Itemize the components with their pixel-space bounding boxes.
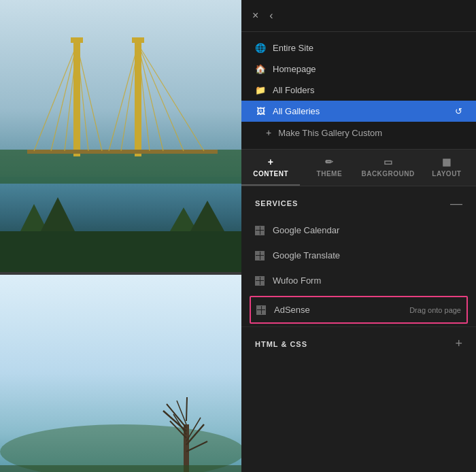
service-icon-grid bbox=[255, 226, 265, 235]
svg-rect-7 bbox=[27, 150, 218, 154]
dropdown-item-make-custom[interactable]: + Make This Gallery Custom bbox=[241, 122, 476, 144]
service-item-adsense[interactable]: AdSense Drag onto page bbox=[250, 296, 468, 324]
tab-theme[interactable]: ✏ THEME bbox=[300, 150, 358, 186]
layout-tab-icon: ▦ bbox=[442, 156, 452, 167]
service-item-wufoo-form[interactable]: Wufoo Form bbox=[241, 268, 476, 293]
content-tab-icon: + bbox=[268, 156, 274, 167]
theme-tab-icon: ✏ bbox=[325, 156, 334, 167]
dropdown-menu: 🌐 Entire Site 🏠 Homepage 📁 All Folders 🖼… bbox=[241, 32, 476, 150]
svg-rect-2 bbox=[0, 150, 241, 184]
services-title: SERVICES bbox=[255, 199, 298, 207]
dropdown-item-homepage[interactable]: 🏠 Homepage bbox=[241, 58, 476, 80]
svg-rect-5 bbox=[71, 37, 83, 43]
svg-rect-19 bbox=[0, 231, 241, 272]
svg-line-35 bbox=[186, 397, 187, 421]
service-item-google-calendar[interactable]: Google Calendar bbox=[241, 218, 476, 243]
home-icon: 🏠 bbox=[255, 64, 266, 74]
sky-image bbox=[0, 275, 241, 472]
html-css-section: HTML & CSS + bbox=[241, 326, 476, 360]
svg-rect-6 bbox=[132, 37, 144, 43]
html-css-add-button[interactable]: + bbox=[455, 337, 462, 351]
content-area: SERVICES — Google Calendar Google Transl… bbox=[241, 186, 476, 472]
service-icon-grid bbox=[255, 251, 265, 260]
svg-rect-36 bbox=[0, 465, 241, 472]
right-panel: × ‹ 🌐 Entire Site 🏠 Homepage 📁 All Folde… bbox=[241, 0, 476, 472]
background-tab-icon: ▭ bbox=[384, 156, 393, 167]
drag-hint: Drag onto page bbox=[409, 306, 461, 314]
service-icon-grid bbox=[255, 276, 265, 286]
dropdown-item-all-folders[interactable]: 📁 All Folders bbox=[241, 80, 476, 101]
service-icon-grid bbox=[256, 305, 266, 315]
back-button[interactable]: ‹ bbox=[269, 10, 273, 22]
globe-icon: 🌐 bbox=[255, 43, 266, 53]
close-button[interactable]: × bbox=[252, 10, 258, 22]
tab-layout[interactable]: ▦ LAYOUT bbox=[418, 150, 476, 186]
services-collapse-button[interactable]: — bbox=[450, 197, 462, 209]
tab-background[interactable]: ▭ BACKGROUND bbox=[358, 150, 417, 186]
folder-icon: 📁 bbox=[255, 85, 266, 95]
top-nav: × ‹ bbox=[241, 0, 476, 32]
tab-content[interactable]: + CONTENT bbox=[241, 150, 300, 186]
left-panel bbox=[0, 0, 241, 472]
bridge-image bbox=[0, 0, 241, 272]
dropdown-item-entire-site[interactable]: 🌐 Entire Site bbox=[241, 37, 476, 58]
tabs-bar: + CONTENT ✏ THEME ▭ BACKGROUND ▦ LAYOUT bbox=[241, 150, 476, 186]
service-item-google-translate[interactable]: Google Translate bbox=[241, 243, 476, 268]
plus-icon: + bbox=[266, 127, 271, 138]
dropdown-item-all-galleries[interactable]: 🖼 All Galleries ↺ bbox=[241, 101, 476, 122]
svg-rect-3 bbox=[73, 41, 80, 156]
refresh-icon[interactable]: ↺ bbox=[455, 106, 462, 116]
html-css-title: HTML & CSS bbox=[255, 340, 307, 348]
gallery-icon: 🖼 bbox=[255, 106, 266, 116]
services-section-header: SERVICES — bbox=[241, 186, 476, 218]
